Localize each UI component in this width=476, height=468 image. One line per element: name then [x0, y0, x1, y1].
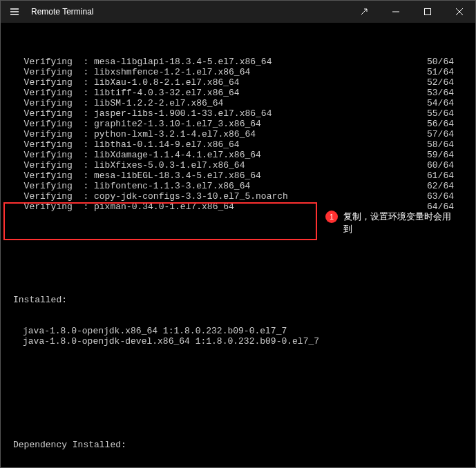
- hamburger-icon: [9, 6, 20, 17]
- minimize-button[interactable]: [380, 1, 412, 23]
- verify-line: Verifying : mesa-libglapi-18.3.4-5.el7.x…: [13, 57, 455, 67]
- verify-line: Verifying : graphite2-1.3.10-1.el7_3.x86…: [13, 119, 455, 129]
- verify-line: Verifying : libxshmfence-1.2-1.el7.x86_6…: [13, 67, 455, 77]
- verify-line: Verifying : libthai-0.1.14-9.el7.x86_645…: [13, 139, 455, 150]
- svg-rect-0: [425, 9, 431, 15]
- annotation-text: 复制，设置环境变量时会用到: [343, 211, 454, 235]
- verify-line: Verifying : libXfixes-5.0.3-1.el7.x86_64…: [13, 160, 455, 170]
- verify-line: Verifying : libtiff-4.0.3-32.el7.x86_645…: [13, 88, 455, 98]
- annotation-callout: 1 复制，设置环境变量时会用到: [325, 211, 454, 235]
- verify-line: Verifying : mesa-libEGL-18.3.4-5.el7.x86…: [13, 170, 455, 181]
- blank-line: [13, 378, 455, 388]
- terminal-window: Remote Terminal Verifying : mesa-libglap…: [0, 0, 476, 468]
- minimize-icon: [392, 8, 399, 15]
- annotation-badge: 1: [325, 211, 338, 223]
- verify-line: Verifying : libfontenc-1.1.3-3.el7.x86_6…: [13, 181, 455, 191]
- dependency-installed-header: Dependency Installed:: [13, 440, 455, 450]
- verify-line: Verifying : copy-jdk-configs-3.3-10.el7_…: [13, 191, 455, 202]
- close-button[interactable]: [444, 1, 475, 23]
- menu-button[interactable]: [1, 1, 28, 23]
- installed-item: java-1.8.0-openjdk.x86_64 1:1.8.0.232.b0…: [13, 326, 455, 336]
- installed-item: java-1.8.0-openjdk-devel.x86_64 1:1.8.0.…: [13, 336, 455, 347]
- expand-icon: [361, 8, 368, 15]
- installed-header: Installed:: [13, 295, 455, 305]
- window-title: Remote Terminal: [28, 7, 93, 17]
- terminal-output[interactable]: Verifying : mesa-libglapi-18.3.4-5.el7.x…: [1, 23, 475, 467]
- verify-line: Verifying : python-lxml-3.2.1-4.el7.x86_…: [13, 129, 455, 139]
- close-icon: [456, 8, 463, 15]
- verify-line: Verifying : jasper-libs-1.900.1-33.el7.x…: [13, 108, 455, 119]
- expand-button[interactable]: [348, 1, 380, 23]
- verify-line: Verifying : libXdamage-1.1.4-4.1.el7.x86…: [13, 150, 455, 160]
- maximize-icon: [424, 8, 431, 15]
- title-bar[interactable]: Remote Terminal: [1, 1, 475, 23]
- verify-line: Verifying : libXau-1.0.8-2.1.el7.x86_645…: [13, 77, 455, 88]
- maximize-button[interactable]: [412, 1, 444, 23]
- verify-line: Verifying : libSM-1.2.2-2.el7.x86_6454/6…: [13, 98, 455, 108]
